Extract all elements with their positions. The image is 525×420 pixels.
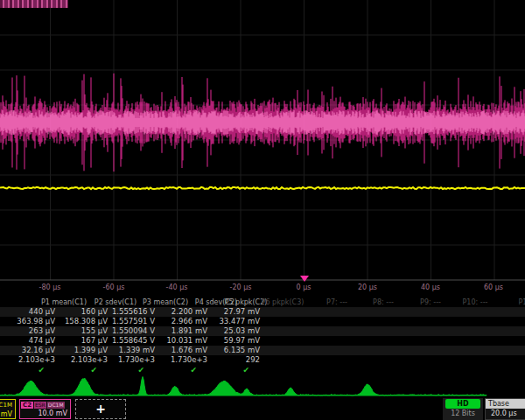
c2-esr-badge: ESR xyxy=(34,402,46,409)
measure-header-inactive[interactable]: P6 pkpk(C3) xyxy=(262,298,304,307)
measurement-table[interactable]: P1 mean(C1)P2 sdev(C1)P3 mean(C2)P4 sdev… xyxy=(0,298,525,375)
measure-value: 25.03 mV xyxy=(207,326,260,336)
oscilloscope-screen: -100 µs-80 µs-60 µs-40 µs-20 µs0 µs20 µs… xyxy=(0,0,525,420)
timebase-descriptor[interactable]: Tbase 20.0 µs xyxy=(485,398,525,420)
acquisition-mode-group[interactable]: HD 12 Bits xyxy=(443,398,483,420)
measure-value: 1.676 mV xyxy=(155,346,207,355)
measure-value: 2.966 mV xyxy=(155,317,207,326)
measure-value: 474 µV xyxy=(3,336,55,346)
measure-value: 440 µV xyxy=(3,307,55,317)
time-tick-label: -20 µs xyxy=(230,284,252,291)
measure-value: 1.399 µV xyxy=(55,346,108,355)
measure-value: 1.555616 V xyxy=(102,307,155,317)
measure-stats-row: 32.16 µV1.399 µV1.339 mV1.676 mV6.135 mV xyxy=(0,346,525,355)
measure-header-inactive[interactable]: P11 xyxy=(518,298,525,307)
measure-value: 27.97 mV xyxy=(207,307,260,317)
waveform-area[interactable] xyxy=(0,0,525,289)
c2-channel-badge: C2 xyxy=(21,402,33,409)
measure-value: 363.98 µV xyxy=(3,317,55,326)
status-check-icon: ✔ xyxy=(207,365,260,375)
c2-scale-value: 10.0 mV xyxy=(20,409,70,418)
measure-value: 32.16 µV xyxy=(3,346,55,355)
time-tick-label: 0 µs xyxy=(297,284,312,291)
measure-stats-row: 263 µV155 µV1.550094 V1.891 mV25.03 mV xyxy=(0,326,525,336)
time-tick-label: -40 µs xyxy=(166,284,188,291)
measure-value: 6.135 mV xyxy=(207,346,260,355)
measure-header-inactive[interactable]: P9: --- xyxy=(420,298,441,307)
measure-value: 1.339 mV xyxy=(102,346,155,355)
measure-stats-row: 474 µV167 µV1.558645 V10.031 mV59.97 mV xyxy=(0,336,525,346)
channel-c2-descriptor[interactable]: C2 ESR DC1M 10.0 mV xyxy=(19,399,71,419)
measure-stats-row: 2.103e+32.103e+31.730e+31.730e+3292 xyxy=(0,355,525,365)
time-tick-label: 20 µs xyxy=(358,284,377,291)
measure-header-inactive[interactable]: P7: --- xyxy=(326,298,347,307)
measure-value: 1.891 mV xyxy=(155,326,207,336)
measure-value: 160 µV xyxy=(55,307,108,317)
measure-header[interactable]: P2 sdev(C1) xyxy=(94,298,136,307)
c2-coupling-label: DC1M xyxy=(47,402,65,409)
measure-value: 33.477 mV xyxy=(207,317,260,326)
measure-value: 263 µV xyxy=(3,326,55,336)
time-tick-label: -60 µs xyxy=(103,284,125,291)
status-check-icon: ✔ xyxy=(55,365,108,375)
measure-header-inactive[interactable]: P10: --- xyxy=(463,298,488,307)
measure-value: 1.730e+3 xyxy=(102,355,155,365)
measure-value: 2.103e+3 xyxy=(55,355,108,365)
measure-value: 292 xyxy=(207,355,260,365)
measure-value: 2.103e+3 xyxy=(3,355,55,365)
measure-header[interactable]: P3 mean(C2) xyxy=(143,298,188,307)
measure-header[interactable]: P1 mean(C1) xyxy=(41,298,87,307)
timebase-title: Tbase xyxy=(486,399,525,409)
measure-value: 1.558645 V xyxy=(102,336,155,346)
status-check-icon: ✔ xyxy=(155,365,207,375)
time-axis: -100 µs-80 µs-60 µs-40 µs-20 µs0 µs20 µs… xyxy=(0,284,525,294)
measure-value: 2.200 mV xyxy=(155,307,207,317)
measure-value: 1.550094 V xyxy=(102,326,155,336)
measure-value: 167 µV xyxy=(55,336,108,346)
c1-coupling-label: DC1M xyxy=(0,400,15,410)
measure-stats-row: 363.98 µV158.308 µV1.557591 V2.966 mV33.… xyxy=(0,317,525,326)
measure-value: 10.031 mV xyxy=(155,336,207,346)
time-tick-label: 60 µs xyxy=(484,284,503,291)
timebase-value: 20.0 µs xyxy=(486,409,525,419)
measure-value: 155 µV xyxy=(55,326,108,336)
measure-value: 59.97 mV xyxy=(207,336,260,346)
trigger-position-icon[interactable] xyxy=(300,276,309,282)
add-trace-button[interactable]: + xyxy=(75,399,126,419)
measure-value: 158.308 µV xyxy=(55,317,108,326)
hd-mode-badge[interactable]: HD xyxy=(445,399,480,409)
trace-label-overlay[interactable] xyxy=(0,0,68,8)
c1-scale-value: 0 mV xyxy=(0,410,15,419)
histogram-trace[interactable] xyxy=(0,375,525,398)
time-tick-label: 40 µs xyxy=(421,284,440,291)
channel-c1-descriptor[interactable]: DC1M 0 mV xyxy=(0,399,16,419)
measure-header-inactive[interactable]: P8: --- xyxy=(373,298,394,307)
measure-value: 1.557591 V xyxy=(102,317,155,326)
time-tick-label: -80 µs xyxy=(39,284,61,291)
status-check-icon: ✔ xyxy=(102,365,155,375)
plus-icon: + xyxy=(76,400,125,418)
hd-bits-label: 12 Bits xyxy=(443,410,483,417)
status-check-icon: ✔ xyxy=(3,365,55,375)
measure-value: 1.730e+3 xyxy=(155,355,207,365)
measure-stats-row: 440 µV160 µV1.555616 V2.200 mV27.97 mV xyxy=(0,307,525,317)
